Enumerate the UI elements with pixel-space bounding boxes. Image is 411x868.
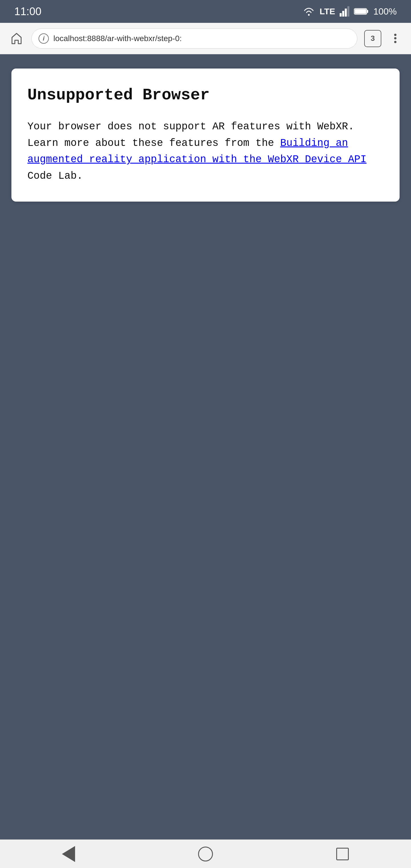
info-icon: i <box>38 33 49 44</box>
status-icons: LTE 100% <box>303 6 397 17</box>
back-button[interactable] <box>57 843 80 865</box>
svg-point-0 <box>308 14 310 16</box>
svg-rect-6 <box>355 9 366 14</box>
home-nav-icon <box>198 846 213 862</box>
svg-rect-2 <box>342 11 344 17</box>
home-button[interactable] <box>8 31 25 46</box>
battery-percentage: 100% <box>373 6 397 17</box>
svg-rect-1 <box>340 13 342 17</box>
signal-icon <box>340 6 349 17</box>
browser-chrome: i localhost:8888/ar-with-webxr/step-0: 3 <box>0 23 411 54</box>
nav-bar <box>0 839 411 868</box>
url-text: localhost:8888/ar-with-webxr/step-0: <box>53 34 182 43</box>
status-bar: 11:00 LTE 100% <box>0 0 411 23</box>
address-bar[interactable]: i localhost:8888/ar-with-webxr/step-0: <box>31 29 357 49</box>
recents-icon <box>336 848 349 860</box>
svg-rect-4 <box>347 6 349 17</box>
tab-count-label: 3 <box>371 34 375 43</box>
battery-icon <box>354 7 369 16</box>
menu-button[interactable] <box>388 31 403 46</box>
recents-button[interactable] <box>331 843 354 865</box>
unsupported-browser-card: Unsupported Browser Your browser does no… <box>11 68 400 202</box>
svg-rect-7 <box>367 10 368 13</box>
status-time: 11:00 <box>14 5 41 18</box>
home-icon <box>10 32 23 45</box>
home-nav-button[interactable] <box>194 843 217 865</box>
wifi-icon <box>303 6 315 17</box>
menu-dot-1 <box>394 34 397 36</box>
lte-icon: LTE <box>320 6 335 16</box>
svg-rect-3 <box>345 8 347 17</box>
back-icon <box>62 846 75 862</box>
page-content: Unsupported Browser Your browser does no… <box>0 54 411 839</box>
card-body: Your browser does not support AR feature… <box>27 119 384 184</box>
card-body-text-2: Code Lab. <box>27 170 83 182</box>
tab-count-button[interactable]: 3 <box>364 30 381 47</box>
menu-dot-3 <box>394 41 397 43</box>
info-letter: i <box>43 35 44 42</box>
card-title: Unsupported Browser <box>27 86 384 105</box>
menu-dot-2 <box>394 37 397 39</box>
